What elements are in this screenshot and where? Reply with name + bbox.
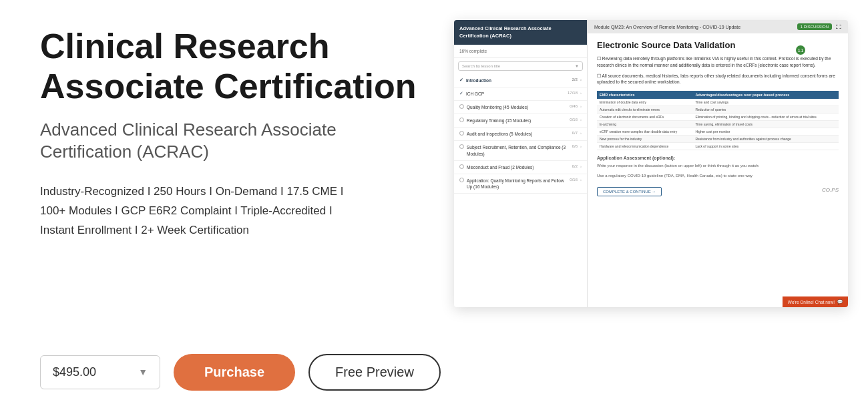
circle-icon xyxy=(459,118,464,122)
price-dropdown[interactable]: $495.00 ▼ xyxy=(40,355,160,389)
chevron-right-icon: › xyxy=(580,131,582,135)
sidebar-item-label: Application: Quality Monitoring Reports … xyxy=(467,178,567,190)
preview-sidebar-progress: 16% complete xyxy=(454,45,587,58)
table-cell: Elimination of double data entry xyxy=(597,99,692,106)
table-cell: Time and cost savings xyxy=(692,99,839,106)
table-row: eCRF creation more complex than double d… xyxy=(597,128,839,136)
sidebar-item-count: 0/6 xyxy=(572,144,578,148)
circle-icon xyxy=(459,164,464,169)
table-header-emr: EMR characteristics xyxy=(597,91,692,99)
table-cell: New process for the industry xyxy=(597,136,692,143)
table-header-advantage: Advantages/disadvantages over paper-base… xyxy=(692,91,839,99)
expand-icon[interactable]: ⛶ xyxy=(836,24,841,30)
sidebar-item-label: Misconduct and Fraud (2 Modules) xyxy=(467,164,570,170)
content-paragraph-2: ☐ All source documents, medical historie… xyxy=(597,73,839,86)
chevron-right-icon: › xyxy=(580,91,582,95)
chat-icon: 💬 xyxy=(837,299,843,305)
chevron-right-icon: › xyxy=(580,118,582,122)
app-assessment-p1: Write your response in the discussion (b… xyxy=(597,163,839,169)
chat-bar[interactable]: We're Online! Chat now! 💬 xyxy=(783,296,848,307)
sidebar-item-count: 0/7 xyxy=(572,131,578,135)
sidebar-item-audit[interactable]: Audit and Inspections (5 Modules) 0/7 › xyxy=(454,128,587,141)
table-cell: Lack of support in some sites xyxy=(692,143,839,150)
preview-content: 11 Electronic Source Data Validation ☐ R… xyxy=(588,33,848,307)
notification-badge: 11 xyxy=(796,45,805,55)
table-row: New process for the industry Resistance … xyxy=(597,136,839,143)
table-cell: Creation of electronic documents and eRF… xyxy=(597,114,692,121)
course-preview: Advanced Clinical Research Associate Cer… xyxy=(454,20,848,307)
table-cell: E-archiving xyxy=(597,121,692,128)
chevron-right-icon: › xyxy=(580,104,582,108)
table-cell: eCRF creation more complex than double d… xyxy=(597,128,692,136)
sidebar-item-app-quality[interactable]: Application: Quality Monitoring Reports … xyxy=(454,174,587,194)
complete-continue-button[interactable]: COMPLETE & CONTINUE → xyxy=(597,187,662,196)
purchase-button[interactable]: Purchase xyxy=(174,354,295,391)
chevron-right-icon: › xyxy=(580,77,582,81)
coors-logo: CO.PS xyxy=(822,187,839,193)
sidebar-item-regulatory[interactable]: Regulatory Training (15 Modules) 0/16 › xyxy=(454,114,587,128)
free-preview-button[interactable]: Free Preview xyxy=(308,354,441,391)
app-assessment: Application Assessment (optional): Write… xyxy=(597,156,839,179)
preview-sidebar: Advanced Clinical Research Associate Cer… xyxy=(454,20,588,307)
chat-label: We're Online! Chat now! xyxy=(788,300,835,305)
chevron-right-icon: › xyxy=(580,178,582,182)
page-features: Industry-Recognized I 250 Hours I On-Dem… xyxy=(40,182,347,240)
module-title: Module QM23: An Overview of Remote Monit… xyxy=(594,25,740,29)
table-cell: Reduction of queries xyxy=(692,106,839,114)
circle-icon xyxy=(459,144,464,149)
bottom-bar: $495.00 ▼ Purchase Free Preview xyxy=(0,342,868,402)
table-cell: Automatic edit checks to eliminate error… xyxy=(597,106,692,114)
table-cell: Hardware and telecommunication dependenc… xyxy=(597,143,692,150)
page-container: Clinical Research Associate Certificatio… xyxy=(0,0,868,402)
discussion-badge: 1 DISCUSSION xyxy=(797,23,832,30)
sidebar-item-label: Subject Recruitment, Retention, and Comp… xyxy=(467,144,570,156)
sidebar-item-subject-recruitment[interactable]: Subject Recruitment, Retention, and Comp… xyxy=(454,141,587,160)
sidebar-item-count: 0/46 xyxy=(570,104,578,108)
preview-sidebar-search[interactable]: Search by lesson title ▼ xyxy=(458,61,583,71)
sidebar-item-ich-gcp[interactable]: ✓ ICH GCP 17/18 › xyxy=(454,87,587,101)
sidebar-item-count: 0/16 xyxy=(570,118,578,122)
search-dropdown-icon: ▼ xyxy=(575,64,579,68)
table-row: Creation of electronic documents and eRF… xyxy=(597,114,839,121)
sidebar-item-introduction[interactable]: ✓ Introduction 2/2 › xyxy=(454,74,587,87)
preview-main: Module QM23: An Overview of Remote Monit… xyxy=(588,20,848,307)
sidebar-item-count: 17/18 xyxy=(568,91,578,95)
sidebar-item-count: 0/2 xyxy=(572,164,578,168)
sidebar-item-count: 2/2 xyxy=(572,77,578,81)
table-cell: Elimination of printing, binding and shi… xyxy=(692,114,839,121)
circle-icon xyxy=(459,104,464,109)
notification-count: 11 xyxy=(798,47,804,53)
sidebar-item-label: Audit and Inspections (5 Modules) xyxy=(467,131,570,137)
table-cell: Time saving, elimination of travel costs xyxy=(692,121,839,128)
sidebar-item-label: Introduction xyxy=(466,77,570,83)
page-title: Clinical Research Associate Certificatio… xyxy=(40,27,421,107)
preview-table: EMR characteristics Advantages/disadvant… xyxy=(597,91,839,150)
sidebar-item-count: 0/16 xyxy=(570,178,578,182)
sidebar-item-label: ICH GCP xyxy=(466,91,565,97)
sidebar-item-label: Quality Monitoring (45 Modules) xyxy=(467,104,567,110)
sidebar-item-quality-monitoring[interactable]: Quality Monitoring (45 Modules) 0/46 › xyxy=(454,101,587,114)
search-placeholder: Search by lesson title xyxy=(462,64,500,68)
preview-main-header: Module QM23: An Overview of Remote Monit… xyxy=(588,20,848,33)
app-assessment-label: Application Assessment (optional): xyxy=(597,156,839,160)
chevron-right-icon: › xyxy=(580,164,582,168)
chevron-right-icon: › xyxy=(580,144,582,148)
sidebar-item-misconduct[interactable]: Misconduct and Fraud (2 Modules) 0/2 › xyxy=(454,161,587,174)
app-assessment-p2: Use a regulatory COVID-19 guideline (FDA… xyxy=(597,173,839,179)
content-paragraph-1: ☐ Reviewing data remotely through platfo… xyxy=(597,55,839,69)
table-row: Automatic edit checks to eliminate error… xyxy=(597,106,839,114)
price-value: $495.00 xyxy=(53,365,96,379)
check-icon: ✓ xyxy=(459,77,463,83)
page-subtitle: Advanced Clinical Research Associate Cer… xyxy=(40,119,421,164)
circle-icon xyxy=(459,131,464,136)
chevron-down-icon: ▼ xyxy=(138,367,148,377)
check-icon: ✓ xyxy=(459,91,463,96)
table-row: E-archiving Time saving, elimination of … xyxy=(597,121,839,128)
circle-icon xyxy=(459,178,464,182)
table-cell: Higher cost per monitor xyxy=(692,128,839,136)
table-row: Elimination of double data entry Time an… xyxy=(597,99,839,106)
preview-sidebar-header: Advanced Clinical Research Associate Cer… xyxy=(454,20,587,45)
table-row: Hardware and telecommunication dependenc… xyxy=(597,143,839,150)
sidebar-item-label: Regulatory Training (15 Modules) xyxy=(467,118,567,124)
table-cell: Resistance from industry and authorities… xyxy=(692,136,839,143)
